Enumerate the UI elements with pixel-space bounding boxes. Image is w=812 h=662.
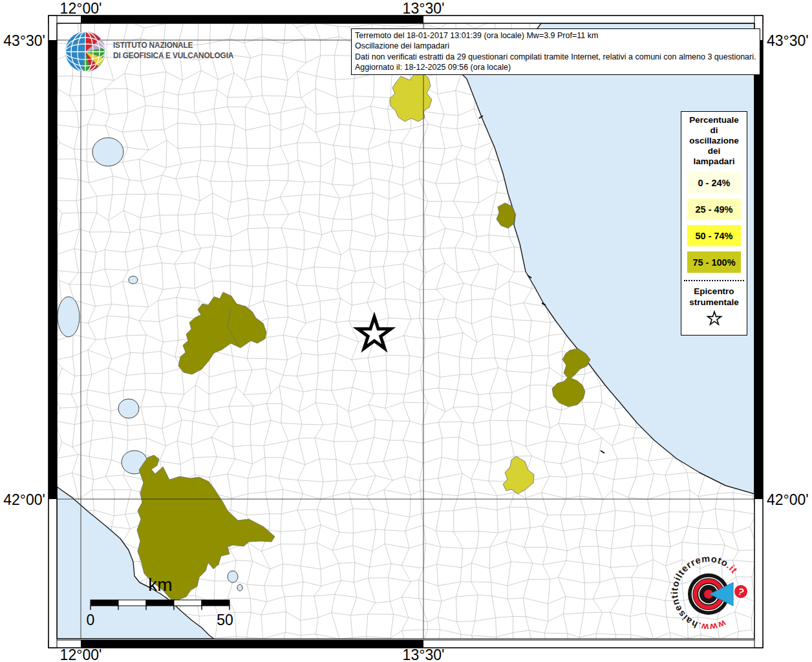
info-line-subject: Oscillazione dei lampadari bbox=[355, 41, 756, 51]
legend-epicenter-label: Epicentro bbox=[681, 286, 747, 297]
longitude-label-top-east: 13°30' bbox=[403, 0, 445, 17]
legend: Percentuale di oscillazione dei lampadar… bbox=[681, 111, 747, 336]
legend-class-50-74: 50 - 74% bbox=[687, 225, 741, 246]
legend-class-25-49: 25 - 49% bbox=[687, 198, 741, 220]
haisentito-logo: www.haisentitoilterremoto.it ? bbox=[657, 542, 771, 656]
lake bbox=[129, 276, 138, 284]
scalebar-start-label: 0 bbox=[87, 612, 95, 629]
info-line-event: Terremoto del 18-01-2017 13:01:39 (ora l… bbox=[355, 30, 756, 41]
question-badge: ? bbox=[732, 583, 749, 600]
lake bbox=[92, 138, 123, 166]
info-line-updated: Aggiornato il: 18-12-2025 09:56 (ora loc… bbox=[355, 62, 756, 72]
info-line-source: Dati non verificati estratti da 29 quest… bbox=[355, 52, 756, 62]
ingv-globe-icon bbox=[63, 30, 107, 74]
lake bbox=[228, 571, 238, 582]
lake bbox=[58, 297, 80, 337]
page: { "branding": { "line1": "ISTITUTO NAZIO… bbox=[0, 0, 812, 662]
longitude-label-bottom-east: 13°30' bbox=[403, 646, 445, 662]
legend-divider bbox=[684, 280, 744, 281]
latitude-label-right-north: 43°30' bbox=[767, 32, 809, 50]
lake bbox=[118, 399, 139, 418]
scalebar-unit-label: km bbox=[148, 575, 172, 595]
longitude-label-bottom-west: 12°00' bbox=[60, 646, 102, 662]
latitude-label-left-south: 42°00' bbox=[0, 491, 45, 509]
latitude-label-right-south: 42°00' bbox=[767, 491, 809, 509]
map-inner bbox=[52, 18, 760, 657]
earthquake-info-box: Terremoto del 18-01-2017 13:01:39 (ora l… bbox=[351, 28, 760, 75]
legend-class-75-100: 75 - 100% bbox=[687, 251, 741, 273]
longitude-label-top-west: 12°00' bbox=[60, 0, 102, 17]
legend-title: Percentuale bbox=[681, 115, 747, 125]
ingv-wordmark: ISTITUTO NAZIONALE DI GEOFISICA E VULCAN… bbox=[113, 40, 233, 60]
lake bbox=[237, 584, 242, 591]
ingv-logo: ISTITUTO NAZIONALE DI GEOFISICA E VULCAN… bbox=[63, 30, 250, 74]
haisentito-target-icon bbox=[688, 573, 733, 615]
legend-class-0-24: 0 - 24% bbox=[687, 172, 741, 193]
scalebar-end-label: 50 bbox=[217, 612, 233, 629]
epicenter-star-icon bbox=[681, 310, 747, 330]
latitude-label-left-north: 43°30' bbox=[0, 32, 45, 50]
